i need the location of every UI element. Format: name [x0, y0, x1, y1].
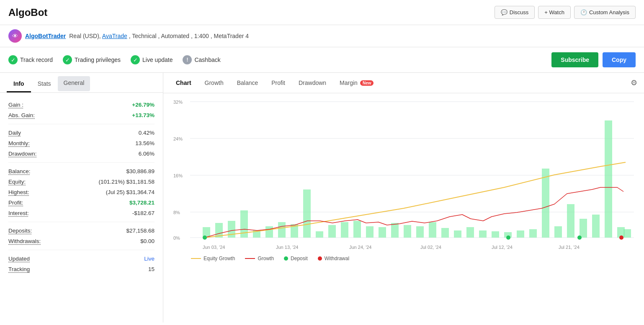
balance-label: Balance:	[8, 168, 31, 174]
legend-equity-growth: Equity Growth	[191, 256, 235, 261]
stat-row-monthly: Monthly: 13.56%	[8, 138, 155, 148]
svg-text:Jul 12, '24: Jul 12, '24	[492, 245, 513, 250]
divider	[8, 222, 155, 222]
abs-gain-label: Abs. Gain:	[8, 112, 35, 118]
legend-deposit: Deposit	[284, 256, 308, 261]
svg-rect-33	[416, 226, 424, 238]
legend-growth: Growth	[245, 256, 274, 261]
subscribe-button[interactable]: Subscribe	[551, 52, 598, 67]
check-icon: ✓	[63, 55, 72, 64]
equity-value: (101.21%) $31,181.58	[98, 179, 155, 185]
tab-stats[interactable]: Stats	[31, 76, 58, 92]
check-icon: ✓	[131, 55, 140, 64]
badge-live-update: ✓ Live update	[131, 55, 173, 64]
svg-text:Jun 24, '24: Jun 24, '24	[349, 245, 371, 250]
chart-tab-balance[interactable]: Balance	[231, 76, 264, 90]
trader-name[interactable]: AlgoBotTrader	[25, 33, 66, 39]
svg-rect-31	[391, 223, 399, 238]
svg-point-54	[619, 235, 623, 240]
svg-text:Jun 03, '24: Jun 03, '24	[203, 245, 225, 250]
cashback-label: Cashback	[194, 56, 220, 63]
svg-point-52	[506, 235, 510, 240]
chart-tab-drawdown[interactable]: Drawdown	[293, 76, 332, 90]
stat-row-deposits: Deposits: $27,158.68	[8, 225, 155, 236]
svg-rect-38	[479, 230, 487, 238]
withdrawals-label: Withdrawals:	[8, 238, 41, 244]
stat-row-tracking: Tracking 15	[8, 264, 155, 274]
growth-line-icon	[245, 258, 255, 259]
equity-growth-label: Equity Growth	[204, 256, 235, 261]
highest-value: (Jul 25) $31,364.74	[106, 189, 155, 195]
updated-label: Updated	[8, 256, 30, 262]
copy-button[interactable]: Copy	[603, 52, 636, 67]
discuss-icon: 💬	[501, 9, 507, 15]
badges-left: ✓ Track record ✓ Trading privileges ✓ Li…	[8, 55, 221, 64]
daily-label: Daily	[8, 130, 21, 136]
discuss-button[interactable]: 💬 Discuss	[495, 6, 535, 19]
badges-right: Subscribe Copy	[551, 52, 636, 67]
live-update-label: Live update	[142, 56, 173, 63]
custom-analysis-button[interactable]: 🕐 Custom Analysis	[574, 6, 636, 19]
svg-rect-46	[580, 219, 587, 238]
svg-rect-27	[341, 222, 348, 238]
chart-settings-icon[interactable]: ⚙	[631, 78, 637, 87]
trader-details: Real (USD), AvaTrade , Technical , Autom…	[69, 33, 249, 39]
main-content: Info Stats General Gain : +26.79% Abs. G…	[0, 73, 644, 322]
svg-rect-35	[441, 228, 449, 238]
gain-label: Gain :	[8, 102, 23, 108]
stat-row-abs-gain: Abs. Gain: +13.73%	[8, 110, 155, 120]
drawdown-value: 6.06%	[139, 151, 155, 157]
withdrawals-value: $0.00	[140, 238, 155, 244]
withdrawal-label: Withdrawal	[325, 256, 349, 261]
stat-row-equity: Equity: (101.21%) $31,181.58	[8, 177, 155, 187]
badges-row: ✓ Track record ✓ Trading privileges ✓ Li…	[0, 47, 644, 73]
stat-row-highest: Highest: (Jul 25) $31,364.74	[8, 187, 155, 197]
right-panel: Chart Growth Balance Profit Drawdown Mar…	[163, 73, 644, 322]
svg-rect-45	[567, 204, 574, 238]
chart-svg: 32% 24% 16% 8% 0% Jun 03, '24 Jun 13, '2…	[170, 97, 637, 252]
tabs-row: Info Stats General	[0, 73, 163, 93]
stat-row-interest: Interest: -$182.67	[8, 208, 155, 218]
interest-label: Interest:	[8, 210, 29, 216]
svg-rect-29	[366, 226, 374, 238]
avatrade-link[interactable]: AvaTrade	[102, 33, 127, 39]
svg-rect-41	[517, 230, 524, 238]
chart-tab-margin[interactable]: Margin New	[334, 76, 379, 90]
stat-row-profit: Profit: $3,728.21	[8, 197, 155, 208]
equity-label: Equity:	[8, 179, 26, 185]
balance-value: $30,886.89	[126, 168, 155, 174]
withdrawal-dot-icon	[318, 256, 322, 261]
warn-icon: !	[183, 55, 192, 64]
chart-tab-chart[interactable]: Chart	[170, 76, 197, 90]
svg-rect-37	[466, 227, 474, 238]
monthly-label: Monthly:	[8, 140, 30, 146]
interest-value: -$182.67	[132, 210, 155, 216]
svg-rect-30	[379, 227, 386, 238]
page-header: AlgoBot 💬 Discuss + Watch 🕐 Custom Analy…	[0, 0, 644, 25]
svg-text:24%: 24%	[173, 136, 183, 141]
divider	[8, 250, 155, 250]
check-icon: ✓	[8, 55, 18, 64]
svg-rect-25	[316, 231, 323, 238]
chart-svg-container: 32% 24% 16% 8% 0% Jun 03, '24 Jun 13, '2…	[170, 97, 637, 252]
daily-value: 0.42%	[139, 130, 155, 136]
deposits-value: $27,158.68	[126, 228, 155, 234]
highest-label: Highest:	[8, 189, 29, 195]
tab-info[interactable]: Info	[7, 76, 31, 92]
badge-track-record: ✓ Track record	[8, 55, 53, 64]
stat-row-withdrawals: Withdrawals: $0.00	[8, 236, 155, 246]
tab-general[interactable]: General	[58, 76, 90, 91]
svg-rect-26	[328, 225, 336, 238]
chart-tab-profit[interactable]: Profit	[265, 76, 291, 90]
svg-text:Jul 02, '24: Jul 02, '24	[420, 245, 441, 250]
monthly-value: 13.56%	[135, 140, 155, 146]
watch-button[interactable]: + Watch	[538, 6, 571, 19]
margin-tab-badge: Margin New	[340, 79, 374, 86]
clock-icon: 🕐	[580, 9, 587, 15]
stats-table: Gain : +26.79% Abs. Gain: +13.73% Daily …	[0, 93, 163, 322]
stat-row-updated: Updated Live	[8, 253, 155, 264]
chart-tabs-row: Chart Growth Balance Profit Drawdown Mar…	[163, 73, 644, 93]
profit-label: Profit:	[8, 200, 23, 206]
chart-tab-growth[interactable]: Growth	[199, 76, 229, 90]
stat-row-balance: Balance: $30,886.89	[8, 166, 155, 177]
